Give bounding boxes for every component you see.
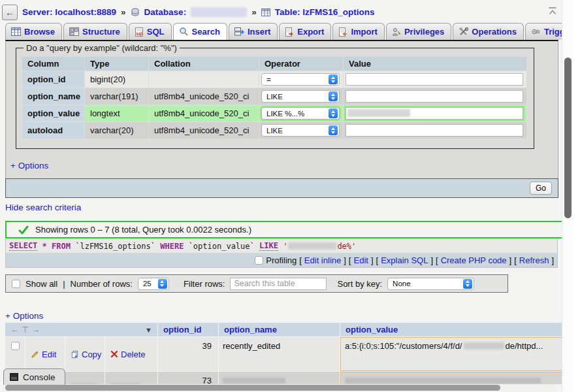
sql-keyword-select[interactable]: SELECT [9,241,37,251]
criteria-collation [149,71,259,88]
sort-by-key-value: None [393,280,411,287]
phpmyadmin-window: ← Server: localhost:8889 » Database: » T… [0,0,580,392]
edit-row-button[interactable]: Edit [25,337,65,371]
value-input-option-id[interactable] [346,73,523,86]
tab-insert[interactable]: Insert [229,23,278,40]
number-of-rows-label: Number of rows: [71,279,133,289]
cell-option-value[interactable] [340,372,562,384]
copy-row-button[interactable]: Copy [65,337,105,371]
cell-option-name[interactable] [219,372,340,384]
tab-label: SQL [147,27,165,37]
status-text: Showing rows 0 – 7 (8 total, Query took … [35,225,251,235]
breadcrumb-database-link[interactable]: Database: [144,7,187,17]
column-header-option-value[interactable]: option_value [340,323,562,336]
operator-select-option-name[interactable]: LIKE [261,90,340,103]
delete-row-button[interactable] [105,372,157,384]
sql-keyword-like[interactable]: LIKE [259,241,278,251]
select-stepper-icon [329,125,338,135]
hide-search-criteria-link[interactable]: Hide search criteria [5,203,81,212]
horizontal-scrollbar-thumb[interactable] [5,385,500,391]
breadcrumb-server-link[interactable]: Server: localhost:8889 [22,7,116,17]
operator-select-option-value[interactable]: LIKE %...% [261,107,340,120]
search-term-redacted [347,109,410,117]
value-input-option-name[interactable] [346,90,523,103]
row-select-checkbox[interactable] [11,342,20,350]
operator-select-autoload[interactable]: LIKE [261,124,340,137]
refresh-link[interactable]: Refresh [519,255,549,265]
criteria-column-name: autoload [22,122,84,139]
pin-column-icon[interactable]: ⊤ [22,325,29,335]
sql-icon: sql [135,27,144,37]
back-button[interactable]: ← [2,5,18,20]
copy-row-button[interactable] [65,372,105,384]
tab-label: Import [351,27,377,37]
breadcrumb: ← Server: localhost:8889 » Database: » T… [2,4,374,20]
number-of-rows-value: 25 [143,280,152,287]
tab-privileges[interactable]: Privileges [386,23,451,40]
search-options-toggle[interactable]: + Options [10,161,48,171]
edit-link[interactable]: Edit [353,255,368,265]
criteria-header-column: Column [22,57,84,71]
filter-rows-input[interactable] [230,278,327,290]
delete-row-button[interactable]: Delete [105,337,157,371]
breadcrumb-table-link[interactable]: Table: lzFMS16_options [275,7,375,17]
move-column-right-icon[interactable]: → [31,325,40,335]
explain-sql-link[interactable]: Explain SQL [381,255,428,265]
bracket: ] [430,255,433,265]
database-name-redacted[interactable] [191,7,247,17]
scroll-to-top-icon[interactable] [547,6,558,16]
tab-import[interactable]: Import [332,23,384,40]
create-php-code-link[interactable]: Create PHP code [441,255,507,265]
tab-operations[interactable]: Operations [453,23,524,40]
operator-value: LIKE [266,93,283,101]
bracket: ] [344,255,346,265]
show-all-checkbox[interactable] [12,280,20,288]
sql-text [37,242,42,251]
profiling-checkbox[interactable] [255,256,263,265]
tab-structure[interactable]: Structure [63,23,127,40]
sql-star: * [42,242,47,251]
sort-by-key-select[interactable]: None [387,278,474,290]
horizontal-scrollbar-track [3,384,558,391]
column-header-option-id[interactable]: option_id [158,323,218,336]
cell-option-id[interactable]: 73 [158,372,218,384]
edit-inline-link[interactable]: Edit inline [304,255,341,265]
results-options-toggle[interactable]: + Options [5,311,43,321]
sort-by-key-label: Sort by key: [337,279,382,289]
privileges-icon [392,27,401,37]
tab-browse[interactable]: Browse [5,23,62,40]
table-icon [261,8,270,16]
operator-value: LIKE [266,127,283,135]
tab-sql[interactable]: sql SQL [129,23,172,40]
option-value-redacted [464,342,504,350]
operator-select-option-id[interactable]: = [261,73,340,86]
column-header-option-name[interactable]: option_name [219,323,340,336]
bracket: [ [514,255,517,265]
breadcrumb-separator: » [121,7,126,17]
cell-option-value[interactable]: a:5:{i:0;s:105:"/customers/4/f/d/de/http… [340,337,562,371]
move-column-left-icon[interactable]: ← [10,325,19,335]
cell-option-id[interactable]: 39 [158,337,218,371]
copy-label: Copy [82,350,101,359]
tab-export[interactable]: Export [279,23,331,40]
go-button[interactable]: Go [530,182,552,195]
operator-value: = [266,76,271,84]
sql-table-identifier: `lzFMS16_options` [75,242,155,251]
bracket: [ [376,255,379,265]
bracket: ] [551,255,554,265]
select-stepper-icon [463,279,472,289]
svg-text:sql: sql [136,31,142,36]
value-input-autoload[interactable] [346,124,523,137]
query-status-message: Showing rows 0 – 7 (8 total, Query took … [5,221,569,238]
select-stepper-icon [329,91,338,101]
console-toggle[interactable]: Console [3,368,65,385]
vertical-scrollbar-thumb[interactable] [564,57,572,218]
triggers-icon [531,27,541,36]
tab-search[interactable]: Search [173,23,227,40]
number-of-rows-select[interactable]: 25 [138,278,169,290]
cell-option-name[interactable]: recently_edited [219,337,340,371]
sql-text [47,242,52,251]
sort-descending-icon[interactable]: ▼ [145,326,152,334]
select-stepper-icon [329,108,338,118]
sql-text [184,242,188,251]
